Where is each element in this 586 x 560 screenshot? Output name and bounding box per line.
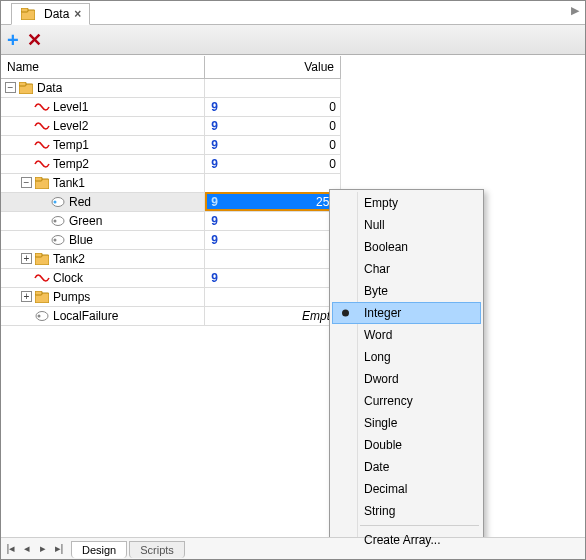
type-glyph: 9 xyxy=(211,214,218,228)
svg-rect-13 xyxy=(35,253,42,257)
menu-item-boolean[interactable]: Boolean xyxy=(332,236,481,258)
tree-row-clock[interactable]: Clock 9 xyxy=(1,268,341,287)
type-glyph: 9 xyxy=(211,100,218,114)
node-label: Level1 xyxy=(53,100,88,114)
menu-item-word[interactable]: Word xyxy=(332,324,481,346)
delete-button[interactable]: ✕ xyxy=(27,31,42,49)
add-button[interactable]: + xyxy=(7,30,19,50)
tree-row-level1[interactable]: Level1 90 xyxy=(1,97,341,116)
document-tabstrip: Data × ▶ xyxy=(1,1,585,25)
svg-rect-15 xyxy=(35,291,42,295)
menu-item-char[interactable]: Char xyxy=(332,258,481,280)
value-cell[interactable]: 0 xyxy=(218,233,336,247)
document-tab-label: Data xyxy=(44,7,69,21)
column-header-value[interactable]: Value xyxy=(205,56,341,78)
folder-icon xyxy=(20,7,36,21)
signal-icon xyxy=(34,157,50,171)
menu-item-byte[interactable]: Byte xyxy=(332,280,481,302)
svg-rect-5 xyxy=(35,177,42,181)
value-cell[interactable]: 0 xyxy=(218,214,336,228)
menu-item-null[interactable]: Null xyxy=(332,214,481,236)
node-label: Temp1 xyxy=(53,138,89,152)
close-icon[interactable]: × xyxy=(74,7,81,21)
svg-rect-1 xyxy=(21,8,28,12)
tab-scroll-right-icon[interactable]: ▶ xyxy=(571,4,579,17)
node-label: Tank2 xyxy=(53,252,85,266)
collapse-icon[interactable]: − xyxy=(5,82,16,93)
type-glyph: 9 xyxy=(211,119,218,133)
menu-item-create-array[interactable]: Create Array... xyxy=(332,529,481,551)
svg-point-11 xyxy=(54,238,57,241)
svg-point-9 xyxy=(54,219,57,222)
type-glyph: 9 xyxy=(211,195,218,209)
toolbar: + ✕ xyxy=(1,25,585,55)
value-cell[interactable]: Empty xyxy=(211,309,336,323)
tag-icon xyxy=(50,214,66,228)
tab-nav-buttons: |◂ ◂ ▸ ▸| xyxy=(1,542,69,555)
node-label: LocalFailure xyxy=(53,309,118,323)
expand-icon[interactable]: + xyxy=(21,253,32,264)
value-cell[interactable]: 255 xyxy=(218,195,336,209)
expand-icon[interactable]: + xyxy=(21,291,32,302)
tree-row-blue[interactable]: Blue 90 xyxy=(1,230,341,249)
nav-first-icon[interactable]: |◂ xyxy=(3,542,19,555)
node-label: Blue xyxy=(69,233,93,247)
menu-item-integer[interactable]: Integer xyxy=(332,302,481,324)
signal-icon xyxy=(34,138,50,152)
tag-icon xyxy=(50,195,66,209)
signal-icon xyxy=(34,119,50,133)
menu-item-single[interactable]: Single xyxy=(332,412,481,434)
tree-row-tank2[interactable]: + Tank2 xyxy=(1,249,341,268)
menu-item-long[interactable]: Long xyxy=(332,346,481,368)
data-grid: Name Value − Data Level1 xyxy=(1,56,341,326)
node-label: Level2 xyxy=(53,119,88,133)
value-cell[interactable]: 0 xyxy=(218,138,336,152)
node-label: Pumps xyxy=(53,290,90,304)
tree-row-temp1[interactable]: Temp1 90 xyxy=(1,135,341,154)
tree-row-data[interactable]: − Data xyxy=(1,78,341,97)
nav-last-icon[interactable]: ▸| xyxy=(51,542,67,555)
collapse-icon[interactable]: − xyxy=(21,177,32,188)
document-tab-data[interactable]: Data × xyxy=(11,3,90,25)
tree-row-pumps[interactable]: + Pumps xyxy=(1,287,341,306)
menu-item-double[interactable]: Double xyxy=(332,434,481,456)
svg-rect-3 xyxy=(19,82,26,86)
signal-icon xyxy=(34,271,50,285)
tree-row-temp2[interactable]: Temp2 90 xyxy=(1,154,341,173)
column-header-name[interactable]: Name xyxy=(1,56,205,78)
signal-icon xyxy=(34,100,50,114)
tag-icon xyxy=(34,309,50,323)
tag-icon xyxy=(50,233,66,247)
node-label: Green xyxy=(69,214,102,228)
value-cell[interactable]: 0 xyxy=(218,119,336,133)
type-context-menu: Empty Null Boolean Char Byte Integer Wor… xyxy=(329,189,484,554)
menu-item-date[interactable]: Date xyxy=(332,456,481,478)
bottom-tabbar: |◂ ◂ ▸ ▸| Design Scripts xyxy=(1,537,585,559)
menu-item-dword[interactable]: Dword xyxy=(332,368,481,390)
svg-point-7 xyxy=(54,200,57,203)
folder-icon xyxy=(34,176,50,190)
tree-row-green[interactable]: Green 90 xyxy=(1,211,341,230)
value-cell[interactable]: 0 xyxy=(218,157,336,171)
menu-item-currency[interactable]: Currency xyxy=(332,390,481,412)
type-glyph: 9 xyxy=(211,138,218,152)
folder-icon xyxy=(34,290,50,304)
node-label: Clock xyxy=(53,271,83,285)
node-label: Data xyxy=(37,81,62,95)
type-glyph: 9 xyxy=(211,233,218,247)
tree-row-red[interactable]: Red 9255 xyxy=(1,192,341,211)
bottom-tab-scripts[interactable]: Scripts xyxy=(129,541,185,558)
menu-item-empty[interactable]: Empty xyxy=(332,192,481,214)
folder-icon xyxy=(18,81,34,95)
nav-next-icon[interactable]: ▸ xyxy=(35,542,51,555)
nav-prev-icon[interactable]: ◂ xyxy=(19,542,35,555)
menu-item-string[interactable]: String xyxy=(332,500,481,522)
bottom-tab-design[interactable]: Design xyxy=(71,541,127,558)
grid-area: Name Value − Data Level1 xyxy=(1,56,585,537)
value-cell[interactable]: 0 xyxy=(218,100,336,114)
menu-item-decimal[interactable]: Decimal xyxy=(332,478,481,500)
tree-row-localfailure[interactable]: LocalFailure Empty xyxy=(1,306,341,325)
tree-row-tank1[interactable]: − Tank1 xyxy=(1,173,341,192)
type-glyph: 9 xyxy=(211,271,218,285)
tree-row-level2[interactable]: Level2 90 xyxy=(1,116,341,135)
